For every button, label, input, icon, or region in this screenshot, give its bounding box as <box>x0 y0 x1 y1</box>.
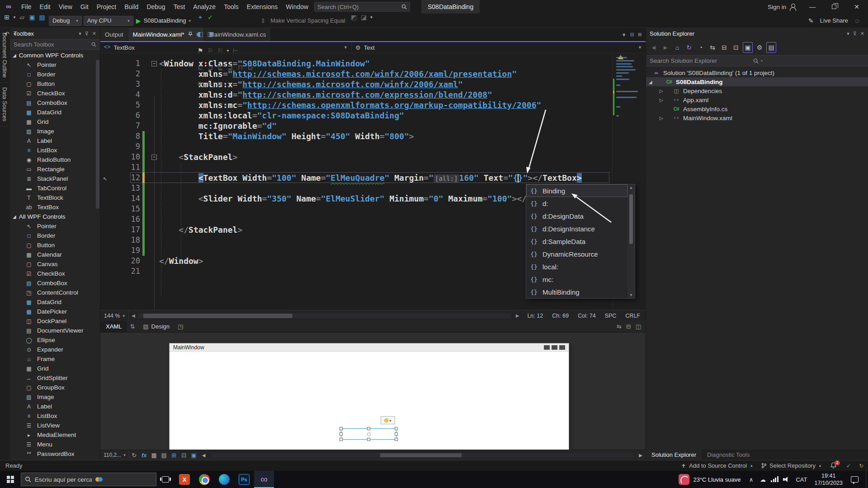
solution-toolbar-icon-4[interactable]: ◔ <box>696 42 706 53</box>
make-vertical-spacing-equal-button[interactable]: ⇕ Make Vertical Spacing Equal <box>257 16 347 26</box>
solution-toolbar-icon-2[interactable]: ⌂ <box>672 42 682 53</box>
chevron-down-icon[interactable]: ▾ <box>847 31 849 37</box>
expander-icon[interactable]: ◢ <box>649 80 652 84</box>
completion-item-local-[interactable]: {}local: <box>526 260 627 273</box>
toolbar-icon[interactable]: ▤ <box>38 12 47 22</box>
menu-item-tools[interactable]: Tools <box>220 0 243 14</box>
feedback-icon[interactable]: ☺ <box>853 16 862 26</box>
minimize-button[interactable]: — <box>802 0 823 14</box>
toolbar-icon[interactable]: ▱ <box>18 12 27 22</box>
design-horizontal-scrollbar[interactable] <box>212 453 633 457</box>
solution-toolbar-icon-10[interactable]: ▤ <box>766 42 776 53</box>
design-surface[interactable]: MainWindow ▸ <box>100 333 646 450</box>
toolbox-item-checkbox[interactable]: ☑CheckBox <box>10 89 100 98</box>
toolbox-item-datepicker[interactable]: ▦DatePicker <box>10 307 100 316</box>
tray-expand-icon[interactable]: ∧ <box>745 471 757 488</box>
code-line-4[interactable]: 4 xmlns:d="http://schemas.microsoft.com/… <box>100 89 612 100</box>
action-center-icon[interactable] <box>851 476 859 483</box>
completion-item-d-sampledata[interactable]: {}d:SampleData <box>526 235 627 248</box>
toolbar-icon[interactable]: ⊩ <box>206 79 215 89</box>
code-line-6[interactable]: 6 xmlns:local="clr-namespace:S08DataBind… <box>100 110 612 121</box>
completion-item-d-designinstance[interactable]: {}d:DesignInstance <box>526 222 627 235</box>
taskbar-search-box[interactable]: Escriu aquí per cercar <box>21 473 156 486</box>
volume-icon[interactable] <box>780 471 792 488</box>
select-repository-button[interactable]: Select Repository ▲ <box>761 462 822 469</box>
solution-toolbar-icon-6[interactable]: ⊟ <box>719 42 729 53</box>
expander-icon[interactable]: ▷ <box>660 98 663 103</box>
code-line-10[interactable]: 10− <StackPanel> <box>100 152 612 162</box>
sync-status-icon[interactable]: ✓ <box>846 463 851 469</box>
completion-item-mc-[interactable]: {}mc: <box>526 273 627 286</box>
data-sources-tab[interactable]: Data Sources <box>0 83 9 127</box>
solution-toolbar-icon-7[interactable]: ⊡ <box>731 42 741 53</box>
taskbar-clock[interactable]: 19:41 17/10/2023 <box>811 472 846 487</box>
toolbar-icon[interactable]: ↷ <box>18 29 27 39</box>
menu-item-analyze[interactable]: Analyze <box>189 0 220 14</box>
toolbar-icon[interactable]: ⊔ <box>245 62 255 72</box>
toolbox-item-grid[interactable]: ▦Grid <box>10 117 100 127</box>
toolbox-item-border[interactable]: □Border <box>10 70 100 79</box>
taskbar-edge[interactable] <box>214 471 234 488</box>
toolbox-item-textbox[interactable]: abTextBox <box>10 202 100 212</box>
menu-item-test[interactable]: Test <box>170 0 189 14</box>
toolbox-item-datagrid[interactable]: ▦DataGrid <box>10 297 100 307</box>
toolbox-item-combobox[interactable]: ▤ComboBox <box>10 98 100 108</box>
code-line-8[interactable]: 8 Title="MainWindow" Height="450" Width=… <box>100 131 612 141</box>
weather-widget[interactable]: 23°C Lluvia suave <box>674 474 745 485</box>
panel-tab-solution-explorer[interactable]: Solution Explorer <box>646 450 702 460</box>
solution-toolbar-icon-3[interactable]: ↻ <box>684 42 694 53</box>
document-tab-mainwindow-xaml-[interactable]: MainWindow.xaml*× <box>128 28 204 41</box>
onedrive-cloud-icon[interactable]: ☁ <box>757 471 769 488</box>
guides-icon[interactable]: ▣ <box>189 452 199 459</box>
toolbar-icon[interactable]: ⊐ <box>206 62 215 72</box>
code-line-2[interactable]: 2 xmlns="http://schemas.microsoft.com/wi… <box>100 69 612 79</box>
completion-item-d-[interactable]: {}d: <box>526 197 627 210</box>
panel-tab-diagnostic-tools[interactable]: Diagnostic Tools <box>702 450 755 460</box>
toolbox-item-dockpanel[interactable]: ◫DockPanel <box>10 316 100 326</box>
solution-toolbar-icon-9[interactable]: ⚙ <box>755 42 764 53</box>
toolbar-icon[interactable]: ✓ <box>206 12 215 22</box>
toolbox-item-canvas[interactable]: ▢Canvas <box>10 259 100 269</box>
toolbar-icon[interactable]: ⊏ <box>196 62 205 72</box>
pop-out-icon[interactable]: ◳ <box>175 323 186 330</box>
menu-item-debug[interactable]: Debug <box>142 0 169 14</box>
toolbar-icon[interactable]: ⚐ <box>216 46 225 56</box>
scroll-up-icon[interactable]: ▲ <box>629 184 633 191</box>
restore-button[interactable] <box>824 0 844 14</box>
document-tab-output[interactable]: Output <box>100 28 128 41</box>
design-view-tab[interactable]: ▧ Design <box>137 321 175 332</box>
show-desktop-button[interactable] <box>866 471 868 488</box>
code-line-5[interactable]: 5 xmlns:mc="http://schemas.openxmlformat… <box>100 100 612 110</box>
taskbar-office-app[interactable]: X <box>175 471 194 488</box>
solution-toolbar-icon-5[interactable]: ⇆ <box>708 42 717 53</box>
toolbar-icon[interactable]: ⊪ <box>196 79 205 89</box>
horizontal-split-icon[interactable]: ⊟ <box>626 323 631 330</box>
chevron-down-icon[interactable]: ▾ <box>79 31 81 37</box>
lightbulb-adorner[interactable]: ▸ <box>381 416 395 424</box>
vertical-split-icon[interactable]: ◫ <box>636 323 641 330</box>
solution-toolbar-icon-1[interactable]: ► <box>660 42 670 53</box>
sign-in-button[interactable]: Sign in <box>768 0 796 14</box>
toolbar-icon[interactable]: ▾ <box>12 29 17 39</box>
solution-explorer-search-input[interactable]: Search Solution Explorer ▾ <box>646 56 868 66</box>
pin-icon[interactable]: ⊽ <box>853 31 857 37</box>
toolbar-icon[interactable]: ▾ <box>28 29 32 39</box>
code-line-1[interactable]: 1−<Window x:Class="S08DataBinding.MainWi… <box>100 58 612 69</box>
toolbox-item-grid[interactable]: ▦Grid <box>10 364 100 373</box>
taskbar-chrome[interactable] <box>194 471 214 488</box>
split-window-icon[interactable]: ⊟ <box>630 32 634 38</box>
menu-item-git[interactable]: Git <box>76 0 93 14</box>
code-line-3[interactable]: 3 xmlns:x="http://schemas.microsoft.com/… <box>100 79 612 89</box>
code-line-9[interactable]: 9 <box>100 141 612 152</box>
toolbox-item-documentviewer[interactable]: ▤DocumentViewer <box>10 326 100 335</box>
taskbar-visual-studio[interactable]: ∞ <box>254 471 274 488</box>
toolbar-icon[interactable]: ⊒ <box>226 62 235 72</box>
pending-status-icon[interactable]: ↻ <box>859 463 863 469</box>
design-preview-window[interactable]: MainWindow ▸ <box>170 343 569 450</box>
close-button[interactable]: ✕ <box>845 0 868 14</box>
toolbox-item-listview[interactable]: ☰ListView <box>10 421 100 430</box>
snap-grid-icon[interactable]: ▤ <box>159 452 169 459</box>
fold-collapse-icon[interactable]: − <box>151 155 157 160</box>
close-icon[interactable]: ✕ <box>92 31 96 37</box>
tree-item-s08databinding[interactable]: ◢C#S08DataBinding <box>646 77 868 86</box>
